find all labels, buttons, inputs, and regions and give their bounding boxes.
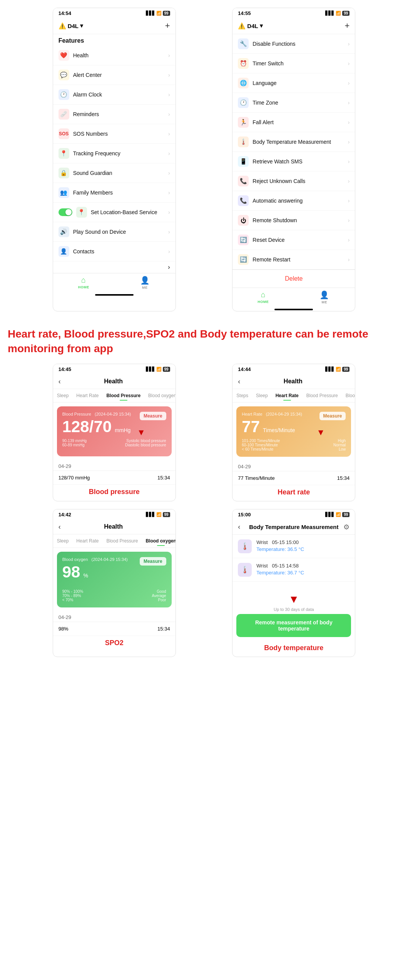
menu-item-disable[interactable]: 🔧 Disable Functions ›: [232, 34, 355, 54]
wifi-icon: 📶: [336, 11, 341, 16]
menu-item-auto-answer[interactable]: 📞 Automatic answering ›: [232, 191, 355, 211]
menu-item-reset[interactable]: 🔄 Reset Device ›: [232, 230, 355, 250]
family-label: Family Members: [73, 190, 168, 196]
reject-calls-icon: 📞: [238, 176, 249, 186]
menu-item-language[interactable]: 🌐 Language ›: [232, 73, 355, 93]
hr-range-row-1: 101-200 Times/Minute High: [242, 439, 346, 443]
menu-item-contacts[interactable]: 👤 Contacts ›: [53, 242, 176, 261]
back-button[interactable]: ‹: [238, 378, 240, 386]
bp-time: 14:45: [59, 366, 71, 372]
family-icon: 👥: [59, 187, 69, 198]
bp-history-item: 128/70 mmHg 15:34: [53, 471, 176, 485]
hr-range-label-1: High: [338, 439, 346, 443]
menu-item-alert[interactable]: 💬 Alert Center ›: [53, 65, 176, 85]
left-brand[interactable]: ⚠️ D4L ▾: [59, 22, 83, 30]
tab-steps[interactable]: Steps: [232, 391, 252, 401]
spo2-status-icons: ▋▋▋ 📶 99: [146, 512, 170, 517]
down-arrow-icon: ▼: [317, 428, 325, 438]
bp-history-time: 15:34: [157, 475, 170, 481]
tab-heartrate[interactable]: Heart Rate: [72, 536, 102, 546]
tab-heartrate[interactable]: Heart Rate: [72, 391, 102, 401]
menu-item-timezone[interactable]: 🕐 Time Zone ›: [232, 93, 355, 113]
chevron-icon: ›: [168, 131, 170, 137]
spo2-ranges: 90% - 100% Good 70% - 89% Average < 70% …: [62, 589, 166, 602]
tab-sleep[interactable]: Sleep: [53, 536, 73, 546]
chevron-icon: ›: [348, 256, 350, 263]
delete-button[interactable]: Delete: [232, 270, 355, 288]
tab-bloodpressure[interactable]: Blood Pressure: [102, 536, 142, 546]
tab-blood-o[interactable]: Blood o: [342, 391, 355, 401]
right-brand[interactable]: ⚠️ D4L ▾: [238, 22, 263, 30]
banner-text: Heart rate, Blood pressure,SPO2 and Body…: [8, 327, 400, 356]
spo2-range-label-2: Average: [152, 594, 166, 598]
hr-measure-button[interactable]: Measure: [319, 412, 346, 420]
remote-measure-button[interactable]: Remote measurement of body temperature: [236, 614, 351, 637]
tab-bloodoxygen[interactable]: Blood oxygen: [142, 536, 175, 546]
remote-restart-icon: 🔄: [238, 254, 249, 265]
gear-icon[interactable]: ⚙: [343, 523, 349, 531]
menu-item-sms[interactable]: 📱 Retrieve Watch SMS ›: [232, 152, 355, 171]
menu-item-fall[interactable]: 🏃 Fall Alert ›: [232, 113, 355, 132]
battery-badge: 99: [342, 512, 349, 517]
bp-status-bar: 14:45 ▋▋▋ 📶 99: [53, 364, 176, 374]
menu-item-timer[interactable]: ⏰ Timer Switch ›: [232, 54, 355, 73]
up-to-text: Up to 30 days of data: [236, 607, 351, 612]
back-button[interactable]: ‹: [59, 523, 61, 531]
tab-sleep[interactable]: Sleep: [252, 391, 272, 401]
add-button[interactable]: +: [344, 21, 349, 31]
hr-history-time: 15:34: [337, 475, 350, 481]
hr-history-date: 04-29: [232, 461, 355, 471]
back-button[interactable]: ‹: [238, 523, 240, 531]
spo2-measure-button[interactable]: Measure: [140, 557, 166, 566]
tab-bloodoxygen[interactable]: Blood oxygen: [144, 391, 176, 401]
menu-item-tracking[interactable]: 📍 Tracking Frequency ›: [53, 144, 176, 163]
tab-sleep[interactable]: Sleep: [53, 391, 73, 401]
menu-item-bodytemp[interactable]: 🌡️ Body Temperature Measurement ›: [232, 132, 355, 152]
location-toggle[interactable]: [59, 208, 72, 216]
menu-item-remote-restart[interactable]: 🔄 Remote Restart ›: [232, 250, 355, 270]
left-status-icons: ▋▋▋ 📶 99: [146, 11, 170, 16]
menu-item-sos[interactable]: SOS SOS Numbers ›: [53, 124, 176, 144]
battery-badge: 99: [163, 367, 170, 372]
menu-item-remote-shutdown[interactable]: ⏻ Remote Shutdown ›: [232, 211, 355, 230]
back-button[interactable]: ‹: [59, 378, 61, 386]
tab-bloodpressure[interactable]: Blood Pressure: [303, 391, 342, 401]
spo2-range-2: 70% - 89%: [62, 594, 81, 598]
home-indicator: [95, 294, 134, 296]
temp-value-2: Temperature: 36.7 °C: [256, 570, 304, 576]
nav-me[interactable]: 👤 ME: [114, 276, 176, 290]
chevron-icon: ›: [168, 170, 170, 176]
bp-range-label-2: Diastolic blood pressure: [125, 443, 166, 447]
menu-item-play-sound[interactable]: 🔊 Play Sound on Device ›: [53, 222, 176, 242]
spo2-history-value: 98%: [59, 626, 69, 632]
hr-range-2: 60-100 Times/Minute: [242, 443, 278, 447]
right-bottom-nav: ⌂ HOME 👤 ME: [232, 288, 355, 307]
menu-item-family[interactable]: 👥 Family Members ›: [53, 183, 176, 203]
spo2-range-row-3: < 70% Poor: [62, 598, 166, 602]
menu-item-alarm[interactable]: 🕐 Alarm Clock ›: [53, 85, 176, 105]
menu-item-reminders[interactable]: 🩹 Reminders ›: [53, 105, 176, 124]
temp-location-2: Wrist 05-15 14:58: [256, 563, 304, 569]
menu-item-location[interactable]: 📍 Set Location-Based Service ›: [53, 203, 176, 222]
tab-heartrate[interactable]: Heart Rate: [272, 391, 303, 401]
battery-badge: 99: [342, 11, 349, 16]
dropdown-icon: ▾: [80, 22, 83, 29]
play-sound-icon: 🔊: [59, 226, 69, 237]
nav-home[interactable]: ⌂ HOME: [53, 276, 114, 290]
tab-bloodpressure[interactable]: Blood Pressure: [102, 391, 144, 401]
menu-item-sound-guardian[interactable]: 🔒 Sound Guardian ›: [53, 163, 176, 183]
menu-item-reject-calls[interactable]: 📞 Reject Unknown Calls ›: [232, 171, 355, 191]
reminders-label: Reminders: [73, 111, 168, 117]
temp-section-label: Body temperature: [232, 641, 355, 657]
temp-value-1: Temperature: 36.5 °C: [256, 546, 304, 552]
bp-value: 128/70: [62, 419, 112, 435]
signal-icon: ▋▋▋: [146, 367, 155, 372]
menu-item-health[interactable]: ❤️ Health ›: [53, 46, 176, 65]
add-button[interactable]: +: [165, 21, 170, 31]
alarm-icon: 🕐: [59, 89, 69, 100]
signal-icon: ▋▋▋: [325, 367, 334, 372]
signal-icon: ▋▋▋: [325, 11, 334, 16]
nav-home[interactable]: ⌂ HOME: [232, 290, 294, 304]
nav-me[interactable]: 👤 ME: [294, 290, 355, 304]
bp-measure-button[interactable]: Measure: [140, 412, 166, 420]
